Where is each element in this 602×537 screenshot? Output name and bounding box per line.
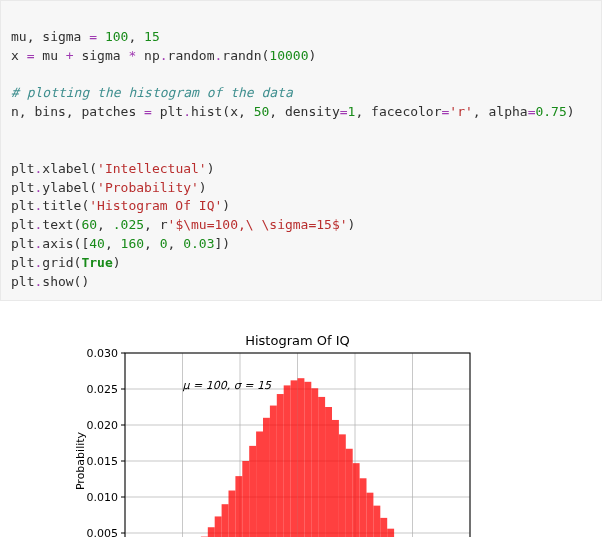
histogram-bar <box>298 378 305 537</box>
histogram-bar <box>256 431 263 537</box>
histogram-bar <box>311 388 318 537</box>
histogram-bar <box>367 492 374 537</box>
histogram-bar <box>387 528 394 537</box>
histogram-bar <box>222 504 229 537</box>
histogram-bar <box>208 527 215 537</box>
histogram-bar <box>325 407 332 537</box>
code-text: mu, sigma <box>11 29 89 44</box>
histogram-bar <box>373 505 380 537</box>
histogram-bar <box>242 461 249 537</box>
y-axis-label: Probability <box>74 431 87 490</box>
histogram-bar <box>263 417 270 537</box>
histogram-bar <box>304 381 311 537</box>
histogram-bar <box>380 518 387 537</box>
histogram-bar <box>339 434 346 537</box>
y-tick-label: 0.010 <box>87 491 119 504</box>
chart-annotation: μ = 100, σ = 15 <box>183 379 272 392</box>
y-tick-label: 0.030 <box>87 347 119 360</box>
histogram-bar <box>277 394 284 537</box>
histogram-bar <box>229 490 236 537</box>
histogram-chart: 4060801001201401600.0000.0050.0100.0150.… <box>70 331 480 537</box>
y-tick-label: 0.005 <box>87 527 119 537</box>
histogram-bar <box>360 478 367 537</box>
chart-title: Histogram Of IQ <box>245 333 350 348</box>
histogram-bar <box>346 448 353 537</box>
y-tick-label: 0.020 <box>87 419 119 432</box>
chart-output: 4060801001201401600.0000.0050.0100.0150.… <box>0 301 602 537</box>
histogram-bar <box>249 446 256 537</box>
histogram-bar <box>284 385 291 537</box>
histogram-bar <box>332 420 339 537</box>
y-tick-label: 0.015 <box>87 455 119 468</box>
y-tick-label: 0.025 <box>87 383 119 396</box>
code-cell: mu, sigma = 100, 15 x = mu + sigma * np.… <box>0 0 602 301</box>
histogram-bar <box>291 380 298 537</box>
histogram-bar <box>215 516 222 537</box>
histogram-bar <box>235 476 242 537</box>
histogram-bar <box>353 463 360 537</box>
code-comment: # plotting the histogram of the data <box>11 85 293 100</box>
histogram-bar <box>318 397 325 537</box>
histogram-bar <box>270 405 277 537</box>
